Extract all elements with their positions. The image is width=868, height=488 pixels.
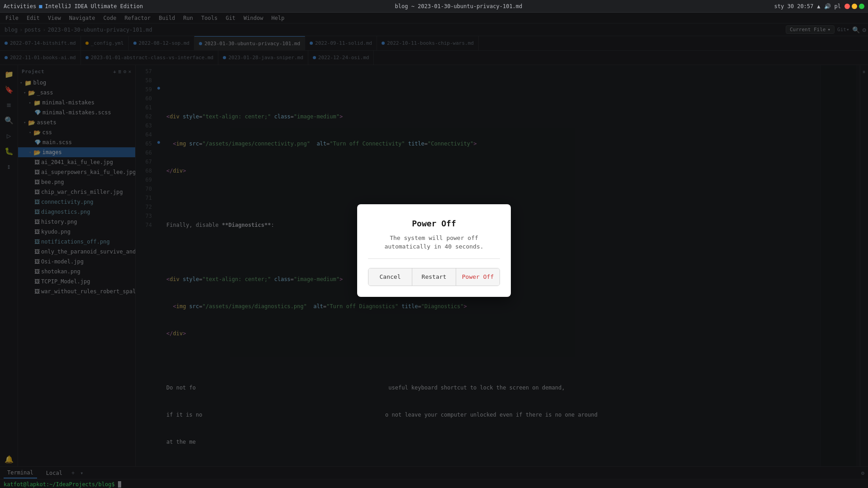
activities-label[interactable]: Activities bbox=[4, 3, 36, 9]
top-bar: Activities ■ IntelliJ IDEA Ultimate Edit… bbox=[0, 0, 868, 13]
maximize-button[interactable] bbox=[859, 4, 864, 9]
power-off-dialog: Power Off The system will power off auto… bbox=[357, 204, 511, 297]
user-label[interactable]: pl bbox=[835, 3, 841, 9]
dialog-message: The system will power off automatically … bbox=[368, 234, 500, 251]
top-bar-left: Activities ■ IntelliJ IDEA Ultimate Edit… bbox=[4, 3, 143, 9]
cancel-button[interactable]: Cancel bbox=[368, 268, 412, 286]
dialog-title: Power Off bbox=[412, 219, 456, 228]
window-title: blog ~ 2023-01-30-ubuntu-privacy-101.md bbox=[395, 3, 523, 9]
window-controls bbox=[844, 4, 864, 9]
restart-button[interactable]: Restart bbox=[412, 268, 456, 286]
dialog-buttons: Cancel Restart Power Off bbox=[368, 268, 500, 286]
dialog-divider bbox=[368, 258, 500, 259]
volume-icon: 🔊 bbox=[824, 3, 831, 9]
network-icon: ▲ bbox=[817, 3, 820, 9]
datetime: sty 30 20:57 bbox=[774, 3, 814, 9]
dialog-overlay: Power Off The system will power off auto… bbox=[0, 13, 868, 488]
power-off-button[interactable]: Power Off bbox=[456, 268, 500, 286]
app-icon: ■ bbox=[39, 3, 42, 9]
minimize-button[interactable] bbox=[852, 4, 857, 9]
top-bar-right: sty 30 20:57 ▲ 🔊 pl bbox=[774, 3, 864, 9]
close-button[interactable] bbox=[844, 4, 850, 9]
app-name[interactable]: IntelliJ IDEA Ultimate Edition bbox=[45, 3, 143, 9]
